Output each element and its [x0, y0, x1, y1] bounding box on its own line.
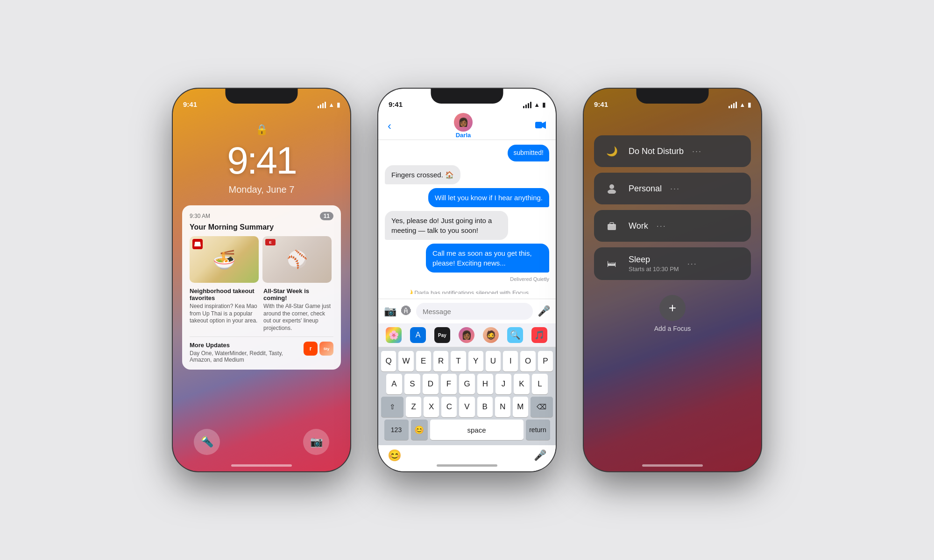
- key-i[interactable]: I: [503, 351, 518, 371]
- memoji-icon[interactable]: 👩🏾: [459, 327, 474, 343]
- key-b[interactable]: B: [477, 397, 493, 417]
- key-l[interactable]: L: [532, 374, 548, 394]
- add-focus-section: + Add a Focus: [594, 295, 751, 332]
- key-r[interactable]: R: [433, 351, 448, 371]
- msg-sent-1: Will let you know if I hear anything.: [428, 188, 549, 207]
- notif-item-1-title: Neighborhood takeout favorites: [190, 287, 260, 301]
- wifi-icon-focus: ▲: [739, 101, 745, 108]
- dnd-more-button[interactable]: ···: [692, 147, 702, 156]
- personal-more-button[interactable]: ···: [670, 184, 680, 194]
- more-updates-title: More Updates: [190, 342, 304, 349]
- audio-input-icon[interactable]: 🎤: [538, 305, 550, 317]
- key-e[interactable]: E: [416, 351, 431, 371]
- key-z[interactable]: Z: [406, 397, 421, 417]
- appstore-icon[interactable]: A: [410, 327, 426, 343]
- focus-item-dnd-info: Do Not Disturb: [629, 147, 684, 156]
- signal-icon-msg: [523, 102, 531, 108]
- camera-input-icon[interactable]: 📷: [384, 305, 396, 317]
- focus-item-sleep-info: Sleep Starts at 10:30 PM: [629, 255, 679, 273]
- key-d[interactable]: D: [423, 374, 439, 394]
- focus-item-personal[interactable]: Personal ···: [594, 173, 751, 204]
- status-icons: ▲ ▮: [318, 101, 340, 108]
- msg-sent-submitted: submitted!: [508, 145, 549, 161]
- more-updates-text: More Updates Day One, WaterMinder, Reddi…: [190, 342, 304, 363]
- key-n[interactable]: N: [495, 397, 510, 417]
- music-icon[interactable]: 🎵: [531, 327, 547, 343]
- battery-icon-msg: ▮: [542, 101, 545, 108]
- key-a[interactable]: A: [386, 374, 402, 394]
- contact-info: 👩🏾 Darla: [454, 113, 473, 139]
- dnd-icon: 🌙: [603, 143, 620, 160]
- more-updates-desc: Day One, WaterMinder, Reddit, Tasty, Ama…: [190, 350, 304, 363]
- microphone-button[interactable]: 🎤: [534, 449, 546, 462]
- notch-focus: [637, 89, 709, 104]
- add-focus-button[interactable]: +: [659, 295, 686, 321]
- key-g[interactable]: G: [459, 374, 475, 394]
- key-y[interactable]: Y: [468, 351, 483, 371]
- sty-icon: Sty: [319, 342, 333, 356]
- key-k[interactable]: K: [514, 374, 530, 394]
- applepay-icon[interactable]: Pay: [434, 327, 450, 343]
- notif-badge: 11: [320, 212, 333, 220]
- key-f[interactable]: F: [441, 374, 457, 394]
- messages-bottom-bar: 😊 🎤: [378, 445, 556, 471]
- key-v[interactable]: V: [459, 397, 474, 417]
- key-j[interactable]: J: [495, 374, 511, 394]
- key-q[interactable]: Q: [381, 351, 396, 371]
- key-space[interactable]: space: [430, 420, 524, 440]
- key-c[interactable]: C: [441, 397, 457, 417]
- status-time-msg: 9:41: [389, 100, 403, 108]
- sleep-icon: 🛏: [603, 255, 620, 272]
- focus-content: 🌙 Do Not Disturb ··· Personal ···: [584, 135, 761, 332]
- focus-item-sleep[interactable]: 🛏 Sleep Starts at 10:30 PM ···: [594, 247, 751, 280]
- wifi-icon-msg: ▲: [534, 101, 540, 108]
- key-p[interactable]: P: [538, 351, 553, 371]
- personal-icon: [603, 180, 620, 197]
- focus-notice: 🌙 Darla has notifications silenced with …: [385, 286, 549, 294]
- message-input[interactable]: [416, 303, 533, 320]
- wifi-icon: ▲: [328, 101, 334, 108]
- camera-button[interactable]: 📷: [303, 429, 329, 455]
- add-focus-label: Add a Focus: [654, 325, 691, 332]
- focus-item-dnd[interactable]: 🌙 Do Not Disturb ···: [594, 135, 751, 167]
- key-delete[interactable]: ⌫: [531, 397, 553, 417]
- svg-point-3: [608, 189, 616, 194]
- focus-item-personal-info: Personal: [629, 184, 662, 194]
- key-u[interactable]: U: [486, 351, 501, 371]
- contact-avatar: 👩🏾: [454, 113, 473, 132]
- sleep-more-button[interactable]: ···: [687, 259, 697, 269]
- key-emoji[interactable]: 😊: [411, 420, 428, 440]
- app-input-icon[interactable]: 🅐: [401, 305, 411, 317]
- memoji2-icon[interactable]: 🧔: [483, 327, 499, 343]
- key-shift[interactable]: ⇧: [381, 397, 403, 417]
- phone-lockscreen: 9:41 ▲ ▮ 🔒 9:41 Monday, June 7 9:30 AM 1…: [173, 89, 350, 471]
- photos-app-icon[interactable]: 🌸: [386, 327, 402, 343]
- focus-item-work[interactable]: Work ···: [594, 210, 751, 242]
- key-m[interactable]: M: [513, 397, 528, 417]
- flashlight-button[interactable]: 🔦: [194, 429, 220, 455]
- svg-rect-5: [610, 223, 614, 225]
- battery-icon: ▮: [337, 101, 340, 108]
- video-call-button[interactable]: [535, 120, 546, 132]
- key-123[interactable]: 123: [384, 420, 409, 440]
- delivered-label: Delivered Quietly: [510, 276, 549, 282]
- status-icons-focus: ▲ ▮: [729, 101, 751, 108]
- focus-item-work-info: Work: [629, 221, 648, 231]
- key-w[interactable]: W: [398, 351, 413, 371]
- keyboard: Q W E R T Y U I O P A S D F G H: [378, 347, 556, 445]
- notification-card[interactable]: 9:30 AM 11 Your Morning Summary E Neighb…: [182, 205, 341, 370]
- messages-area: submitted! Fingers crossed. 🏠 Will let y…: [378, 140, 556, 294]
- search-sticker-icon[interactable]: 🔍: [507, 327, 523, 343]
- back-button[interactable]: ‹: [388, 119, 391, 133]
- key-h[interactable]: H: [477, 374, 493, 394]
- key-s[interactable]: S: [404, 374, 420, 394]
- emoji-button-bottom[interactable]: 😊: [388, 449, 402, 462]
- key-t[interactable]: T: [451, 351, 466, 371]
- notif-title: Your Morning Summary: [190, 223, 333, 231]
- contact-name[interactable]: Darla: [456, 132, 471, 139]
- key-x[interactable]: X: [424, 397, 439, 417]
- key-o[interactable]: O: [520, 351, 535, 371]
- work-more-button[interactable]: ···: [657, 221, 666, 231]
- personal-label: Personal: [629, 184, 662, 194]
- key-return[interactable]: return: [526, 420, 550, 440]
